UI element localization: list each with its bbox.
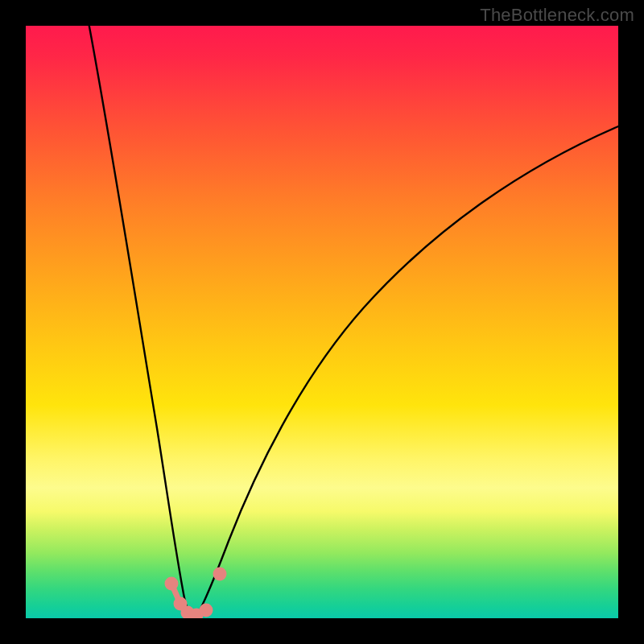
watermark-text: TheBottleneck.com [480,5,634,26]
marker-dot [176,600,184,608]
chart-frame: TheBottleneck.com [0,0,644,644]
marker-dot [167,580,175,588]
marker-dot [192,611,200,618]
marker-cluster [167,570,224,618]
curve-layer [26,26,618,618]
bottleneck-curve-right [197,126,618,615]
marker-dot [202,606,210,614]
plot-area [26,26,618,618]
bottleneck-curve-left [86,26,191,615]
marker-dot [216,570,224,578]
